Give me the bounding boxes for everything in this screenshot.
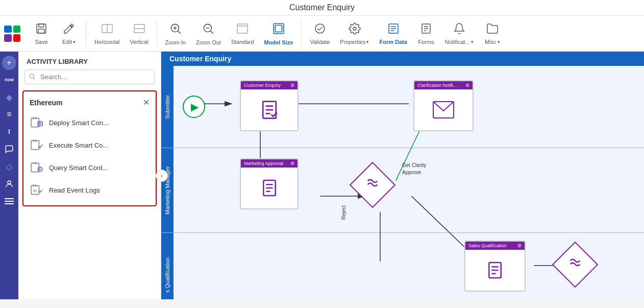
horizontal-button[interactable]: Horizontal (90, 20, 124, 47)
panel-header: ACTIVITY LIBRARY (18, 52, 161, 69)
svg-point-18 (315, 24, 325, 33)
validate-icon (314, 22, 326, 38)
gateway-2[interactable] (552, 242, 599, 288)
form-data-label: Form Data (379, 39, 407, 45)
main-content: + now ◆ ≡ I ◇ ACTIVITY LIBRARY (0, 52, 644, 299)
validate-label: Validate (310, 39, 330, 45)
model-size-button[interactable]: Model Size (260, 20, 298, 48)
list-icon-btn[interactable]: ≡ (2, 107, 17, 122)
gateway-1[interactable] (350, 162, 396, 208)
collapse-panel-button[interactable]: ‹ (156, 170, 168, 182)
search-input[interactable] (24, 69, 155, 84)
execute-smart-contract-item[interactable]: Execute Smart Co... (23, 134, 156, 156)
zoom-in-label: Zoom In (165, 39, 186, 45)
forms-icon (420, 22, 432, 38)
clarification-label: Clarification Notifi... (417, 83, 457, 88)
chat-icon-btn[interactable] (2, 141, 17, 157)
svg-rect-17 (275, 25, 282, 32)
panel-title: ACTIVITY LIBRARY (27, 58, 88, 65)
deploy-icon (30, 115, 44, 130)
zoom-in-icon (169, 22, 182, 38)
close-section-button[interactable]: ✕ (143, 98, 150, 107)
save-icon (35, 22, 47, 38)
svg-rect-2 (38, 29, 44, 33)
execute-label: Execute Smart Co... (49, 141, 108, 149)
vertical-label: Vertical (130, 39, 148, 45)
save-label: Save (35, 39, 47, 45)
properties-button[interactable]: Properties ▾ (336, 20, 373, 47)
add-icon-btn[interactable]: + (2, 56, 16, 70)
sales-qualification-task[interactable]: Sales Qualification ⚙ (464, 241, 526, 292)
zoom-in-button[interactable]: Zoom In (161, 20, 190, 48)
misc-icon (486, 22, 499, 38)
misc-label: Misc ▾ (485, 39, 500, 45)
clarification-gear[interactable]: ⚙ (465, 83, 469, 88)
vertical-icon (133, 22, 145, 38)
search-box (24, 69, 155, 84)
forms-label: Forms (418, 39, 434, 45)
edit-icon (63, 22, 75, 38)
form-data-icon (387, 22, 400, 38)
query-smart-contract-item[interactable]: Query Smart Cont... (23, 156, 156, 179)
svg-line-13 (211, 31, 213, 33)
deploy-label: Deploy Smart Con... (49, 119, 109, 127)
customer-enquiry-gear[interactable]: ⚙ (290, 83, 294, 88)
sales-qualification-gear[interactable]: ⚙ (517, 243, 522, 248)
clarification-notification-task[interactable]: Clarification Notifi... ⚙ (413, 80, 474, 131)
validate-button[interactable]: Validate (306, 20, 334, 47)
lane-marketing-content: Marketing Approval ⚙ (174, 148, 644, 232)
reject-label: Reject (341, 205, 346, 220)
now-icon-btn[interactable]: now (2, 72, 17, 87)
svg-point-32 (30, 74, 34, 78)
zoom-out-label: Zoom Out (196, 39, 221, 45)
svg-rect-14 (237, 24, 247, 33)
zoom-out-button[interactable]: Zoom Out (192, 20, 225, 48)
approve-label: Approve (402, 170, 421, 175)
ethereum-section: Ethereum ✕ Deploy Smart Con... (22, 90, 157, 206)
activity-library-panel: ACTIVITY LIBRARY Ethereum ✕ (18, 52, 161, 299)
horizontal-label: Horizontal (94, 39, 120, 45)
marketing-approval-task[interactable]: Marketing Approval ⚙ (240, 158, 299, 209)
process-title: Customer Enquiry (161, 52, 644, 66)
tag-icon-btn[interactable]: I (2, 124, 17, 139)
forms-button[interactable]: Forms (413, 20, 439, 47)
marketing-approval-gear[interactable]: ⚙ (290, 161, 294, 166)
customer-enquiry-task[interactable]: Customer Enquiry ⚙ (240, 80, 299, 131)
app-logo (4, 26, 20, 42)
properties-icon (349, 22, 361, 38)
query-icon (30, 160, 44, 175)
model-size-icon (272, 22, 285, 38)
user-icon-btn[interactable] (2, 176, 17, 192)
left-sidebar: + now ◆ ≡ I ◇ (0, 52, 18, 299)
diamond-icon-btn[interactable]: ◇ (2, 159, 17, 174)
notifications-icon (453, 22, 465, 38)
edit-button[interactable]: Edit ▾ (56, 20, 82, 47)
hamburger-icon-btn[interactable] (2, 194, 17, 209)
vertical-button[interactable]: Vertical (126, 20, 153, 47)
ethereum-icon-btn[interactable]: ◆ (2, 89, 17, 105)
read-event-logs-item[interactable]: Read Event Logs (23, 179, 156, 201)
marketing-approval-label: Marketing Approval (244, 161, 283, 166)
ethereum-section-title: Ethereum (30, 99, 63, 107)
deploy-smart-contract-item[interactable]: Deploy Smart Con... (23, 111, 156, 134)
svg-rect-37 (31, 163, 39, 172)
separator3 (301, 21, 302, 46)
query-label: Query Smart Cont... (49, 164, 108, 172)
lane-submitter-content: ▶ Customer Enquiry ⚙ (174, 66, 644, 148)
model-size-label: Model Size (264, 39, 293, 45)
misc-button[interactable]: Misc ▾ (480, 20, 505, 47)
svg-point-28 (8, 181, 11, 184)
zoom-out-icon (202, 22, 215, 38)
lane-sales: s Qualification (161, 233, 174, 299)
canvas-area[interactable]: Customer Enquiry (161, 52, 644, 299)
save-button[interactable]: Save (29, 20, 54, 47)
separator (86, 21, 86, 46)
start-event[interactable]: ▶ (183, 96, 205, 118)
form-data-button[interactable]: Form Data (375, 20, 411, 47)
separator2 (157, 21, 157, 46)
notifications-button[interactable]: Notificat... ▾ (441, 20, 478, 47)
standard-label: Standard (231, 39, 254, 45)
read-logs-icon (30, 183, 44, 197)
svg-rect-36 (31, 140, 39, 149)
standard-button[interactable]: Standard (227, 20, 258, 47)
